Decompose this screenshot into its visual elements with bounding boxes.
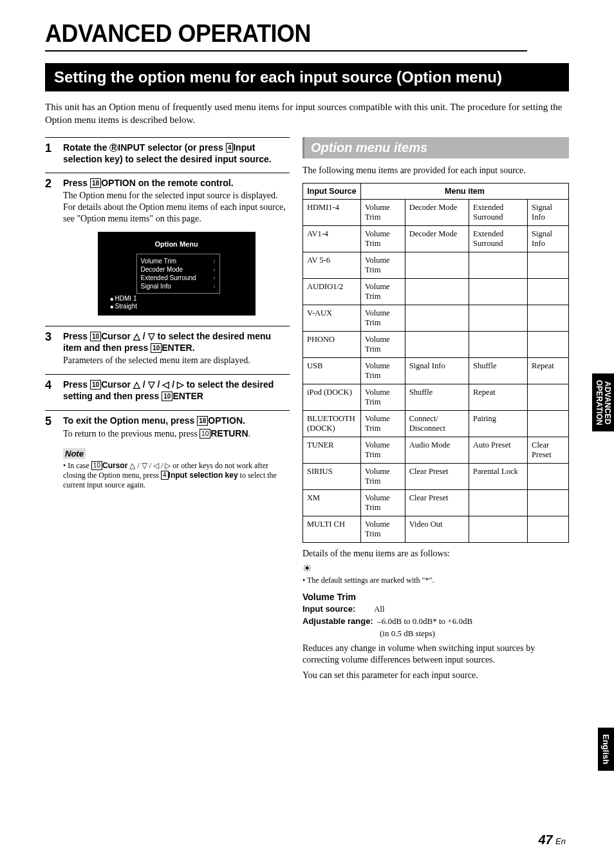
volume-trim-desc2: You can set this parameter for each inpu… [302,670,569,681]
cell-menuitem: Volume Trim [361,489,405,516]
step-number: 3 [45,330,55,367]
intro-text: This unit has an Option menu of frequent… [45,100,569,127]
cell-menuitem: Extended Surround [469,199,527,225]
step-title: Press 10Cursor △ / ▽ to select the desir… [63,330,290,354]
note-label: Note [63,448,86,459]
cell-source: USB [303,357,361,384]
cell-menuitem: Auto Preset [469,437,527,463]
step-3: 3Press 10Cursor △ / ▽ to select the desi… [45,326,290,367]
cell-menuitem: Decoder Mode [405,199,469,225]
volume-trim-heading: Volume Trim [302,592,569,602]
step-number: 2 [45,177,55,318]
th-menu-item: Menu item [361,183,569,199]
cell-menuitem: Repeat [469,384,527,410]
cell-menuitem: Volume Trim [361,278,405,305]
spec-label-input: Input source: [302,604,355,614]
cell-menuitem [528,516,569,542]
spec-range: Adjustable range: –6.0dB to 0.0dB* to +6… [302,616,569,627]
osd-menu-item: Signal Info› [141,282,216,290]
spec-val-input: All [374,604,385,614]
subsection-header: Option menu items [302,137,569,158]
step-desc: The Option menu for the selected input s… [63,190,290,225]
step-title: Press 18OPTION on the remote control. [63,177,290,189]
table-row: TUNERVolume TrimAudio ModeAuto PresetCle… [303,437,569,463]
cell-menuitem [405,252,469,278]
spec-val-range: –6.0dB to 0.0dB* to +6.0dB [377,616,472,626]
cell-menuitem: Volume Trim [361,252,405,278]
cell-menuitem [405,305,469,331]
tip-icon: ☀ [302,562,569,574]
cell-menuitem [528,331,569,357]
cell-menuitem: Pairing [469,410,527,437]
step-number: 1 [45,142,55,165]
cell-menuitem: Volume Trim [361,410,405,437]
step-number: 5 [45,415,55,440]
table-row: iPod (DOCK)Volume TrimShuffleRepeat [303,384,569,410]
side-tab-advanced: ADVANCEDOPERATION [592,373,614,431]
step-title: Rotate the RINPUT selector (or press 4In… [63,142,290,165]
cell-menuitem: Volume Trim [361,225,405,252]
cell-menuitem: Clear Preset [405,463,469,489]
cell-menuitem [528,384,569,410]
cell-menuitem: Volume Trim [361,357,405,384]
cell-source: PHONO [303,331,361,357]
cell-menuitem: Signal Info [528,199,569,225]
spec-range-sub: (in 0.5 dB steps) [302,628,569,639]
osd-status: HDMI 1Straight [111,295,138,310]
table-row: V-AUXVolume Trim [303,305,569,331]
table-row: USBVolume TrimSignal InfoShuffleRepeat [303,357,569,384]
table-row: SIRIUSVolume TrimClear PresetParental Lo… [303,463,569,489]
cell-menuitem [405,331,469,357]
cell-menuitem: Volume Trim [361,331,405,357]
cell-menuitem [469,305,527,331]
page-number-suffix: En [555,836,566,846]
cell-source: BLUETOOTH (DOCK) [303,410,361,437]
cell-menuitem [469,331,527,357]
step-1: 1Rotate the RINPUT selector (or press 4I… [45,137,290,165]
side-tab-language: English [598,728,614,771]
cell-menuitem: Video Out [405,516,469,542]
cell-source: HDMI1-4 [303,199,361,225]
cell-menuitem [528,410,569,437]
cell-menuitem: Extended Surround [469,225,527,252]
step-desc: Parameters of the selected menu item are… [63,355,290,366]
osd-screenshot: Option MenuVolume Trim›Decoder Mode›Exte… [98,232,256,316]
cell-menuitem [405,278,469,305]
cell-source: iPod (DOCK) [303,384,361,410]
cell-menuitem: Shuffle [469,357,527,384]
section-header: Setting the option menu for each input s… [45,63,569,91]
step-4: 4Press 10Cursor △ / ▽ / ◁ / ▷ to select … [45,374,290,402]
cell-menuitem: Signal Info [528,225,569,252]
cell-source: AV 5-6 [303,252,361,278]
page-number: 47 En [538,833,566,847]
option-menu-table: Input Source Menu item HDMI1-4Volume Tri… [302,183,569,543]
cell-menuitem [469,252,527,278]
cell-menuitem: Repeat [528,357,569,384]
cell-menuitem: Clear Preset [528,437,569,463]
cell-menuitem: Volume Trim [361,384,405,410]
th-input-source: Input Source [303,183,361,199]
after-table-text: Details of the menu items are as follows… [302,548,569,560]
step-title: Press 10Cursor △ / ▽ / ◁ / ▷ to select t… [63,379,290,402]
cell-menuitem: Signal Info [405,357,469,384]
table-row: MULTI CHVolume TrimVideo Out [303,516,569,542]
cell-menuitem: Volume Trim [361,305,405,331]
left-column: 1Rotate the RINPUT selector (or press 4I… [45,137,290,682]
step-title: To exit the Option menu, press 18OPTION. [63,415,290,426]
cell-menuitem: Volume Trim [361,463,405,489]
cell-menuitem: Parental Lock [469,463,527,489]
osd-menu: Volume Trim›Decoder Mode›Extended Surrou… [136,254,220,294]
note-text: In case 10Cursor △ / ▽ / ◁ / ▷ or other … [63,461,290,490]
table-row: AUDIO1/2Volume Trim [303,278,569,305]
cell-source: XM [303,489,361,516]
right-column: Option menu items The following menu ite… [302,137,569,682]
cell-menuitem [469,516,527,542]
cell-menuitem [528,278,569,305]
cell-menuitem: Clear Preset [405,489,469,516]
table-row: PHONOVolume Trim [303,331,569,357]
table-row: BLUETOOTH (DOCK)Volume TrimConnect/ Disc… [303,410,569,437]
table-row: HDMI1-4Volume TrimDecoder ModeExtended S… [303,199,569,225]
cell-menuitem [528,252,569,278]
cell-source: AV1-4 [303,225,361,252]
osd-menu-item: Extended Surround› [141,274,216,282]
